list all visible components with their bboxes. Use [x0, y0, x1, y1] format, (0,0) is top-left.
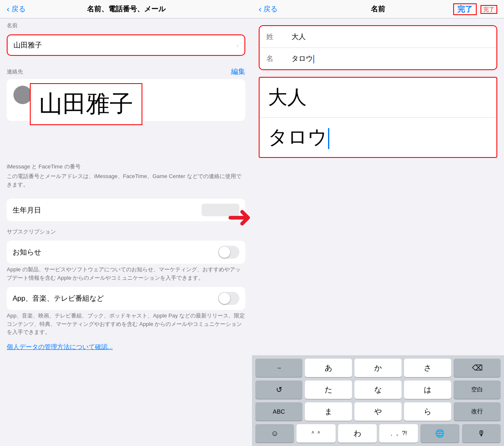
left-contacts-label: 連絡先	[7, 68, 23, 76]
right-last-name-row[interactable]: 姓 大人	[260, 26, 496, 48]
key-sa[interactable]: さ	[404, 359, 451, 377]
left-back-chevron-icon: ‹	[7, 4, 10, 14]
key-delete[interactable]: ⌫	[454, 359, 501, 377]
left-contacts-edit-button[interactable]: 編集	[231, 67, 245, 76]
keyboard-row-2: ↺ た な は 空白	[254, 380, 502, 399]
right-nav-title: 名前	[371, 4, 385, 14]
right-back-label: 戻る	[263, 4, 278, 14]
key-ka[interactable]: か	[354, 359, 402, 377]
key-ma[interactable]: ま	[305, 402, 352, 421]
right-keyboard[interactable]: → あ か さ ⌫ ↺ た な は 空白 ABC ま や ら 改行 ☺ ＾＾ わ…	[252, 355, 504, 446]
left-imessage-desc: この電話番号とメールアドレスは、iMessage、FaceTime、Game C…	[0, 172, 252, 195]
left-back-label: 戻る	[11, 4, 26, 14]
left-toggle2[interactable]	[218, 292, 239, 305]
left-toggle1[interactable]	[218, 246, 239, 259]
left-back-button[interactable]: ‹ 戻る	[7, 4, 26, 14]
right-first-name-label: 名	[266, 54, 279, 63]
left-nav-title: 名前、電話番号、メール	[87, 4, 165, 14]
keyboard-row-1: → あ か さ ⌫	[254, 359, 502, 377]
key-arrow[interactable]: →	[255, 359, 302, 377]
text-cursor-2	[328, 128, 329, 149]
left-panel: ‹ 戻る 名前、電話番号、メール 名前 山田雅子 › 連絡先 編集 Apple …	[0, 0, 252, 446]
right-expanded-last: 大人	[260, 78, 496, 118]
left-contact-avatar	[13, 86, 32, 104]
left-big-name-text: 山田雅子	[39, 90, 133, 117]
key-undo[interactable]: ↺	[255, 380, 302, 399]
key-return[interactable]: 改行	[454, 402, 501, 421]
left-big-name-overlay: 山田雅子	[30, 83, 142, 125]
left-nav-bar: ‹ 戻る 名前、電話番号、メール	[0, 0, 252, 18]
left-toggle1-desc: Apple の製品、サービスやソフトウェアについてのお知らせ、マーケティング、お…	[7, 265, 245, 282]
left-birthday-row[interactable]: 生年月日	[7, 199, 245, 221]
left-imessage-label: iMessage と FaceTime の番号	[0, 159, 252, 172]
key-ra[interactable]: ら	[404, 402, 451, 421]
key-mic[interactable]: 🎙	[462, 424, 501, 443]
right-name-fields-box: 姓 大人 名 タロウ	[259, 25, 497, 70]
key-punctuation2[interactable]: 、。?!	[379, 424, 418, 443]
right-done-button[interactable]: 完了	[453, 3, 477, 15]
key-na[interactable]: な	[354, 380, 402, 399]
key-emoji[interactable]: ☺	[255, 424, 294, 443]
right-first-name-value: タロウ	[291, 54, 314, 63]
right-last-name-label: 姓	[266, 32, 279, 42]
right-back-chevron-icon: ‹	[259, 4, 262, 14]
key-space[interactable]: 空白	[454, 380, 501, 399]
left-name-row-wrapper: 山田雅子 ›	[7, 34, 245, 56]
left-name-value: 山田雅子	[13, 40, 42, 50]
right-first-name-row[interactable]: 名 タロウ	[260, 48, 496, 69]
key-ya[interactable]: や	[354, 402, 402, 421]
left-contact-card: Apple 山田雅子	[7, 79, 245, 121]
left-toggle2-label: App、音楽、テレビ番組など	[13, 294, 104, 303]
left-contacts-section: 連絡先 編集 Apple 山田雅子	[0, 64, 252, 121]
left-toggle1-row[interactable]: お知らせ	[7, 241, 245, 264]
key-a[interactable]: あ	[305, 359, 352, 377]
left-birthday-picker[interactable]	[202, 204, 239, 216]
key-punctuation1[interactable]: ＾＾	[297, 424, 335, 443]
key-globe[interactable]: 🌐	[420, 424, 459, 443]
left-toggle2-row[interactable]: App、音楽、テレビ番組など	[7, 287, 245, 310]
right-back-button[interactable]: ‹ 戻る	[259, 4, 278, 14]
left-name-chevron-icon: ›	[236, 42, 239, 49]
key-wa[interactable]: わ	[338, 424, 377, 443]
keyboard-row-4: ☺ ＾＾ わ 、。?! 🌐 🎙	[254, 424, 502, 443]
left-subscriptions-label: サブスクリプション	[0, 225, 252, 237]
right-done-badge: 完了	[480, 5, 497, 14]
keyboard-row-3: ABC ま や ら 改行	[254, 402, 502, 421]
right-expanded-popup: 大人 タロウ	[259, 77, 497, 158]
right-last-name-value: 大人	[291, 32, 306, 42]
left-contacts-header: 連絡先 編集	[0, 64, 252, 79]
right-nav-bar: ‹ 戻る 名前 完了 完了	[252, 0, 504, 18]
left-section-name-label: 名前	[0, 18, 252, 31]
left-toggle1-label: お知らせ	[13, 247, 41, 257]
key-abc[interactable]: ABC	[255, 402, 302, 421]
key-ta[interactable]: た	[305, 380, 352, 399]
left-toggle2-desc: App、音楽、映画、テレビ番組、ブック、ポッドキャスト、Apple Pay など…	[7, 312, 245, 336]
left-name-row[interactable]: 山田雅子 ›	[7, 34, 245, 56]
right-expanded-first: タロウ	[260, 118, 496, 157]
right-done-area: 完了 完了	[453, 4, 497, 14]
left-birthday-label: 生年月日	[13, 205, 41, 215]
text-cursor	[313, 55, 314, 63]
left-privacy-link[interactable]: 個人データの管理方法について確認...	[0, 336, 252, 351]
right-panel: ‹ 戻る 名前 完了 完了 姓 大人 名 タロウ 大人 タロウ →	[252, 0, 504, 446]
key-ha[interactable]: は	[404, 380, 451, 399]
